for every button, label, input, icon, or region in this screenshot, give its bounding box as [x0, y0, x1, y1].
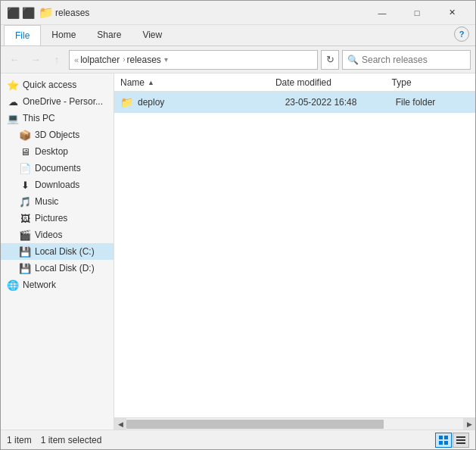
- sidebar-item-pictures[interactable]: 🖼 Pictures: [1, 210, 114, 227]
- status-bar: 1 item 1 item selected: [1, 430, 475, 449]
- sidebar-item-desktop[interactable]: 🖥 Desktop: [1, 143, 114, 160]
- tab-view[interactable]: View: [132, 25, 173, 45]
- 3d-objects-icon: 📦: [19, 130, 31, 141]
- this-pc-icon: 💻: [7, 113, 19, 124]
- title-bar: ⬛ ⬛ 📁 releases — □ ✕: [1, 1, 475, 25]
- network-label: Network: [23, 280, 107, 290]
- horizontal-scrollbar[interactable]: ◀ ▶: [114, 417, 475, 430]
- sidebar-item-downloads[interactable]: ⬇ Downloads: [1, 177, 114, 193]
- onedrive-icon: ☁: [7, 96, 19, 108]
- window-controls: — □ ✕: [365, 1, 469, 25]
- column-date-header[interactable]: Date modified: [275, 77, 392, 88]
- item-selected: 1 item selected: [41, 435, 102, 445]
- sidebar-item-documents[interactable]: 📄 Documents: [1, 160, 114, 177]
- up-button[interactable]: ↑: [48, 51, 66, 69]
- downloads-label: Downloads: [35, 180, 107, 190]
- minimize-button[interactable]: —: [365, 1, 400, 25]
- scroll-track[interactable]: [126, 418, 463, 430]
- file-name-deploy: deploy: [138, 97, 285, 108]
- pictures-label: Pictures: [35, 213, 107, 223]
- scroll-left-button[interactable]: ◀: [114, 418, 126, 430]
- tab-home[interactable]: Home: [41, 25, 86, 45]
- view-list-button[interactable]: [453, 433, 469, 448]
- search-box[interactable]: 🔍: [342, 50, 471, 70]
- item-count: 1 item: [7, 435, 32, 445]
- music-label: Music: [35, 196, 107, 207]
- videos-icon: 🎬: [19, 230, 31, 241]
- column-name-header[interactable]: Name ▲: [120, 77, 275, 88]
- onedrive-label: OneDrive - Persor...: [23, 96, 107, 107]
- sidebar-item-this-pc[interactable]: 💻 This PC: [1, 110, 114, 127]
- ribbon: File Home Share View ?: [1, 25, 475, 46]
- refresh-button[interactable]: ↻: [321, 50, 339, 70]
- svg-rect-5: [456, 439, 465, 441]
- svg-rect-4: [456, 436, 465, 438]
- local-disk-c-label: Local Disk (C:): [35, 246, 107, 257]
- view-toggle: [435, 433, 469, 448]
- downloads-icon: ⬇: [19, 180, 31, 191]
- tab-file[interactable]: File: [4, 25, 41, 45]
- pictures-icon: 🖼: [19, 213, 31, 224]
- scroll-right-button[interactable]: ▶: [463, 418, 475, 430]
- path-prefix-icon: «: [74, 55, 79, 64]
- window-folder-icon: 📁: [40, 7, 52, 19]
- path-segment-releases: releases: [127, 55, 161, 65]
- search-icon: 🔍: [347, 55, 359, 65]
- sidebar: ⭐ Quick access ☁ OneDrive - Persor... 💻 …: [1, 73, 114, 430]
- path-arrow-1: ›: [123, 55, 125, 64]
- view-grid-button[interactable]: [435, 433, 452, 448]
- ribbon-tabs: File Home Share View ?: [1, 25, 475, 45]
- documents-label: Documents: [35, 163, 107, 173]
- svg-rect-0: [439, 436, 443, 439]
- column-type-header[interactable]: Type: [392, 77, 469, 88]
- tab-share[interactable]: Share: [86, 25, 132, 45]
- sidebar-item-videos[interactable]: 🎬 Videos: [1, 227, 114, 243]
- desktop-icon: 🖥: [19, 146, 31, 158]
- back-button[interactable]: ←: [5, 51, 23, 69]
- search-input[interactable]: [362, 55, 475, 65]
- window-title: releases: [52, 8, 365, 18]
- local-disk-d-icon: 💾: [19, 263, 31, 274]
- videos-label: Videos: [35, 230, 107, 240]
- save-icon: ⬛: [22, 7, 34, 19]
- close-button[interactable]: ✕: [434, 1, 469, 25]
- explorer-window: ⬛ ⬛ 📁 releases — □ ✕ File Home Share Vie…: [0, 0, 476, 450]
- music-icon: 🎵: [19, 196, 31, 208]
- svg-rect-2: [439, 441, 443, 445]
- sidebar-item-3d-objects[interactable]: 📦 3D Objects: [1, 127, 114, 143]
- address-bar: ← → ↑ « lolpatcher › releases ▾ ↻ 🔍: [1, 46, 475, 73]
- forward-button[interactable]: →: [26, 51, 45, 69]
- svg-rect-6: [456, 442, 465, 444]
- desktop-label: Desktop: [35, 146, 107, 157]
- file-pane: Name ▲ Date modified Type 📁 deploy 23-05…: [114, 73, 475, 430]
- sidebar-item-onedrive[interactable]: ☁ OneDrive - Persor...: [1, 93, 114, 110]
- network-icon: 🌐: [7, 280, 19, 291]
- status-left: 1 item 1 item selected: [7, 435, 426, 445]
- file-list: 📁 deploy 23-05-2022 16:48 File folder: [114, 92, 475, 417]
- quick-access-icon: ⭐: [7, 80, 19, 91]
- this-pc-label: This PC: [23, 113, 107, 123]
- file-type-deploy: File folder: [396, 97, 469, 108]
- main-layout: ⭐ Quick access ☁ OneDrive - Persor... 💻 …: [1, 73, 475, 430]
- folder-icon: 📁: [120, 96, 133, 108]
- file-row-deploy[interactable]: 📁 deploy 23-05-2022 16:48 File folder: [114, 92, 475, 113]
- scroll-thumb[interactable]: [126, 420, 384, 429]
- sidebar-item-music[interactable]: 🎵 Music: [1, 193, 114, 210]
- file-date-deploy: 23-05-2022 16:48: [285, 97, 396, 108]
- quick-access-icon: ⬛: [7, 7, 19, 19]
- sidebar-item-local-c[interactable]: 💾 Local Disk (C:): [1, 243, 114, 260]
- sidebar-item-local-d[interactable]: 💾 Local Disk (D:): [1, 260, 114, 277]
- sidebar-item-quick-access[interactable]: ⭐ Quick access: [1, 77, 114, 93]
- local-disk-d-label: Local Disk (D:): [35, 263, 107, 273]
- sidebar-item-network[interactable]: 🌐 Network: [1, 277, 114, 293]
- file-list-header: Name ▲ Date modified Type: [114, 73, 475, 92]
- quick-access-label: Quick access: [23, 80, 107, 90]
- address-path[interactable]: « lolpatcher › releases ▾: [69, 50, 318, 70]
- local-disk-c-icon: 💾: [19, 246, 31, 258]
- 3d-objects-label: 3D Objects: [35, 130, 107, 140]
- help-button[interactable]: ?: [454, 27, 469, 42]
- maximize-button[interactable]: □: [400, 1, 434, 25]
- path-dropdown-arrow: ▾: [164, 55, 168, 64]
- svg-rect-1: [444, 436, 448, 439]
- title-bar-icons: ⬛ ⬛: [7, 7, 34, 19]
